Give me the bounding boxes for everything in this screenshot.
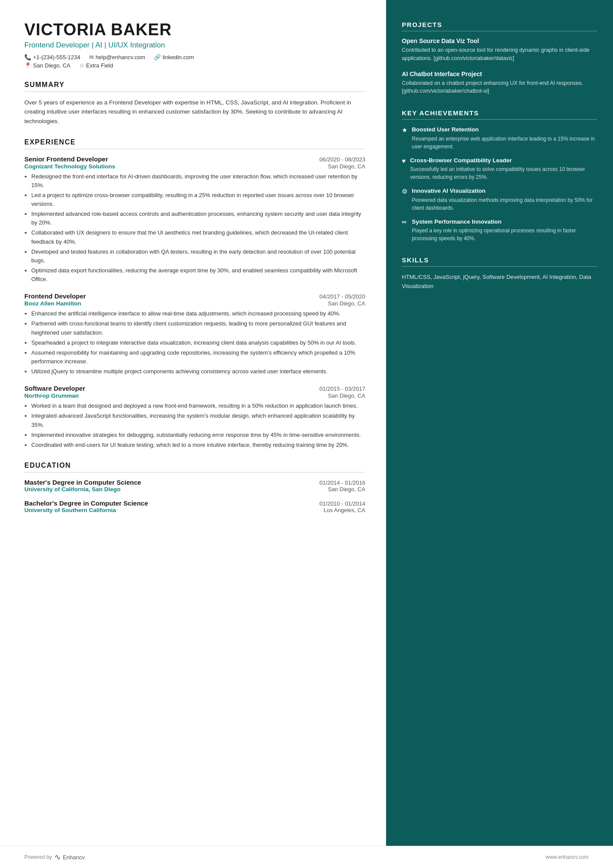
footer-website: www.enhancv.com bbox=[546, 854, 589, 860]
achievements-title: KEY ACHIEVEMENTS bbox=[402, 109, 597, 117]
job-company-1: Booz Allen Hamilton bbox=[24, 300, 81, 307]
edu-location-1: Los Angeles, CA bbox=[323, 507, 365, 513]
extra-field: Extra Field bbox=[86, 62, 113, 69]
skills-section: SKILLS HTML/CSS, JavaScript, jQuery, Sof… bbox=[402, 256, 597, 291]
bullet-1-3: Assumed responsibility for maintaining a… bbox=[31, 349, 365, 366]
candidate-title: Frontend Developer | AI | UI/UX Integrat… bbox=[24, 41, 365, 50]
star-icon: ☆ bbox=[79, 62, 84, 69]
experience-title: EXPERIENCE bbox=[24, 138, 365, 146]
job-company-row-1: Booz Allen Hamilton San Diego, CA bbox=[24, 300, 365, 307]
achievement-desc-2: Pioneered data visualization methods imp… bbox=[412, 196, 597, 212]
edu-school-0: University of California, San Diego bbox=[24, 486, 120, 493]
job-company-2: Northrop Grumman bbox=[24, 392, 79, 399]
edu-degree-0: Master's Degree in Computer Science bbox=[24, 479, 141, 486]
header: VICTORIA BAKER Frontend Developer | AI |… bbox=[24, 21, 365, 69]
bullet-0-2: Implemented advanced role-based access c… bbox=[31, 210, 365, 227]
edu-dates-1: 01/2010 - 01/2014 bbox=[320, 500, 366, 507]
experience-section: EXPERIENCE Senior Frontend Developer 06/… bbox=[24, 138, 365, 449]
projects-section: PROJECTS Open Source Data Viz Tool Contr… bbox=[402, 21, 597, 95]
footer: Powered by ∿ Enhancv www.enhancv.com bbox=[0, 846, 613, 868]
job-entry-0: Senior Frontend Developer 06/2020 - 08/2… bbox=[24, 155, 365, 284]
job-header-row-2: Software Developer 01/2015 - 03/2017 bbox=[24, 385, 365, 392]
job-title-2: Software Developer bbox=[24, 385, 85, 392]
bullet-1-0: Enhanced the artificial intelligence int… bbox=[31, 309, 365, 318]
edu-school-row-1: University of Southern California Los An… bbox=[24, 507, 365, 513]
edu-entry-1: Bachelor's Degree in Computer Science 01… bbox=[24, 499, 365, 513]
summary-title: SUMMARY bbox=[24, 81, 365, 89]
education-title: EDUCATION bbox=[24, 462, 365, 469]
project-name-0: Open Source Data Viz Tool bbox=[402, 37, 597, 44]
edu-header-row-0: Master's Degree in Computer Science 01/2… bbox=[24, 479, 365, 486]
summary-section: SUMMARY Over 5 years of experience as a … bbox=[24, 81, 365, 126]
edu-degree-1: Bachelor's Degree in Computer Science bbox=[24, 499, 148, 507]
achievement-content-0: Boosted User Retention Revamped an enter… bbox=[412, 126, 597, 151]
job-location-1: San Diego, CA bbox=[328, 300, 365, 307]
edu-header-row-1: Bachelor's Degree in Computer Science 01… bbox=[24, 499, 365, 507]
education-divider bbox=[24, 472, 365, 473]
bullet-0-0: Redesigned the front-end interface for A… bbox=[31, 172, 365, 190]
job-title-0: Senior Frontend Developer bbox=[24, 155, 108, 163]
extra-contact: ☆ Extra Field bbox=[79, 62, 113, 69]
job-header-row-1: Frontend Developer 04/2017 - 05/2020 bbox=[24, 292, 365, 300]
candidate-name: VICTORIA BAKER bbox=[24, 21, 365, 39]
bullet-2-3: Coordinated with end-users for UI featur… bbox=[31, 441, 365, 449]
job-dates-0: 06/2020 - 08/2023 bbox=[320, 156, 366, 163]
location-icon: 📍 bbox=[24, 62, 31, 69]
edu-dates-0: 01/2014 - 01/2016 bbox=[320, 479, 366, 486]
brand-name: Enhancv bbox=[63, 854, 85, 861]
job-bullets-2: Worked in a team that designed and deplo… bbox=[24, 402, 365, 449]
experience-divider bbox=[24, 149, 365, 149]
right-column: PROJECTS Open Source Data Viz Tool Contr… bbox=[386, 0, 613, 846]
achievement-entry-2: ⚙ Innovative AI Visualization Pioneered … bbox=[402, 187, 597, 212]
project-desc-0: Contributed to an open-source tool for r… bbox=[402, 46, 597, 63]
footer-left: Powered by ∿ Enhancv bbox=[24, 852, 85, 862]
skills-divider bbox=[402, 266, 597, 267]
achievement-entry-0: ★ Boosted User Retention Revamped an ent… bbox=[402, 126, 597, 151]
contact-row-2: 📍 San Diego, CA ☆ Extra Field bbox=[24, 62, 365, 69]
achievements-divider bbox=[402, 119, 597, 120]
achievement-entry-3: ✏ System Performance Innovation Played a… bbox=[402, 218, 597, 243]
phone-icon: 📞 bbox=[24, 54, 31, 60]
linkedin-url: linkedin.com bbox=[163, 54, 194, 60]
education-section: EDUCATION Master's Degree in Computer Sc… bbox=[24, 462, 365, 513]
job-company-0: Cognizant Technology Solutions bbox=[24, 163, 115, 170]
bullet-2-1: Integrated advanced JavaScript functiona… bbox=[31, 412, 365, 429]
projects-title: PROJECTS bbox=[402, 21, 597, 28]
achievement-title-1: Cross-Browser Compatibility Leader bbox=[410, 157, 597, 164]
bullet-0-3: Collaborated with UX designers to ensure… bbox=[31, 228, 365, 246]
summary-divider bbox=[24, 91, 365, 92]
project-name-1: AI Chatbot Interface Project bbox=[402, 70, 597, 77]
edu-school-row-0: University of California, San Diego San … bbox=[24, 486, 365, 493]
edu-entry-0: Master's Degree in Computer Science 01/2… bbox=[24, 479, 365, 493]
achievement-content-1: Cross-Browser Compatibility Leader Succe… bbox=[410, 157, 597, 181]
achievement-icon-0: ★ bbox=[402, 126, 407, 134]
achievement-icon-2: ⚙ bbox=[402, 188, 407, 195]
enhancv-logo: ∿ Enhancv bbox=[54, 852, 85, 862]
logo-wave-icon: ∿ bbox=[54, 852, 61, 862]
phone-number: +1-(234)-555-1234 bbox=[33, 54, 80, 60]
job-company-row-2: Northrop Grumman San Diego, CA bbox=[24, 392, 365, 399]
skills-title: SKILLS bbox=[402, 256, 597, 264]
job-entry-1: Frontend Developer 04/2017 - 05/2020 Boo… bbox=[24, 292, 365, 376]
achievement-title-0: Boosted User Retention bbox=[412, 126, 597, 134]
edu-location-0: San Diego, CA bbox=[328, 486, 365, 493]
achievement-content-2: Innovative AI Visualization Pioneered da… bbox=[412, 187, 597, 212]
summary-text: Over 5 years of experience as a Frontend… bbox=[24, 98, 365, 126]
skills-text: HTML/CSS, JavaScript, jQuery, Software D… bbox=[402, 273, 597, 291]
location-text: San Diego, CA bbox=[33, 62, 70, 69]
job-header-row-0: Senior Frontend Developer 06/2020 - 08/2… bbox=[24, 155, 365, 163]
achievement-icon-1: ♥ bbox=[402, 157, 406, 164]
bullet-1-2: Spearheaded a project to integrate inter… bbox=[31, 338, 365, 347]
bullet-2-0: Worked in a team that designed and deplo… bbox=[31, 402, 365, 410]
project-entry-0: Open Source Data Viz Tool Contributed to… bbox=[402, 37, 597, 63]
achievement-entry-1: ♥ Cross-Browser Compatibility Leader Suc… bbox=[402, 157, 597, 181]
job-dates-2: 01/2015 - 03/2017 bbox=[320, 385, 366, 392]
achievement-desc-3: Played a key role in optimizing operatio… bbox=[412, 227, 597, 242]
phone-contact: 📞 +1-(234)-555-1234 bbox=[24, 54, 80, 60]
linkedin-contact: 🔗 linkedin.com bbox=[154, 54, 194, 60]
bullet-0-1: Led a project to optimize cross-browser … bbox=[31, 191, 365, 208]
achievement-content-3: System Performance Innovation Played a k… bbox=[412, 218, 597, 243]
email-icon: ✉ bbox=[89, 54, 94, 60]
job-entry-2: Software Developer 01/2015 - 03/2017 Nor… bbox=[24, 385, 365, 449]
job-dates-1: 04/2017 - 05/2020 bbox=[320, 293, 366, 300]
